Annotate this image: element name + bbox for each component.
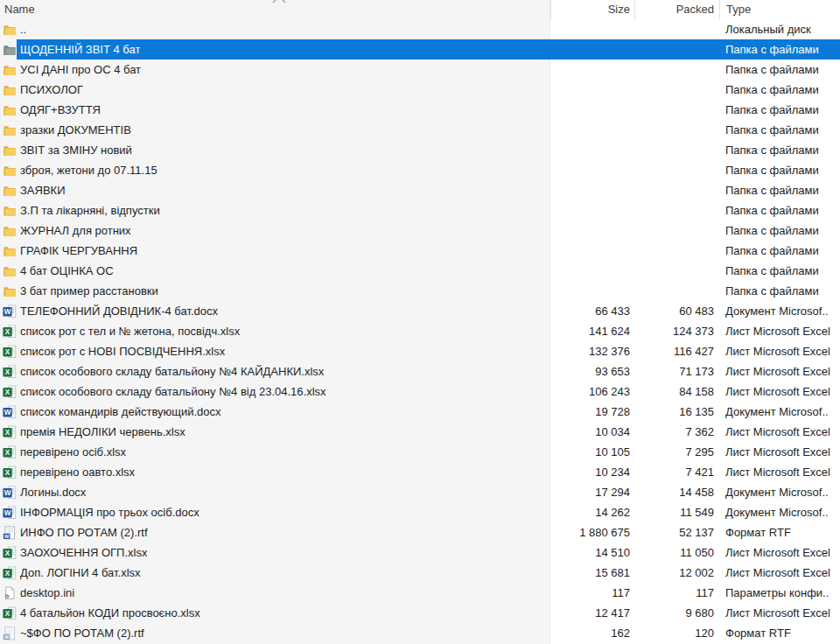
- name-cell: ПСИХОЛОГ: [0, 80, 550, 100]
- file-row[interactable]: desktop.ini 117 117 Параметры конфи..: [0, 583, 840, 603]
- file-row[interactable]: 3 бат пример расстановки Папка с файлами: [0, 281, 840, 301]
- file-row[interactable]: W ИНФО ПО РОТАМ (2).rtf 1 880 675 52 137…: [0, 522, 840, 542]
- excel-sheet-icon: X: [3, 385, 17, 399]
- type-cell: Папка с файлами: [719, 241, 840, 261]
- packed-cell: [634, 200, 719, 220]
- name-cell: 4 бат ОЦІНКА ОС: [0, 261, 550, 281]
- type-cell: Лист Microsoft Excel: [719, 341, 840, 361]
- name-cell: ГРАФІК ЧЕРГУВАННЯ: [0, 241, 550, 261]
- file-name: список особового складу батальйону №4 КА…: [20, 361, 324, 382]
- column-header-size[interactable]: Size: [550, 0, 634, 19]
- file-name: ПСИХОЛОГ: [20, 80, 83, 100]
- folder-icon: [3, 184, 17, 198]
- file-row[interactable]: W ~$ФО ПО РОТАМ (2).rtf 162 120 Формат R…: [0, 623, 840, 643]
- size-cell: [550, 200, 634, 220]
- packed-cell: [634, 180, 719, 200]
- size-cell: 17 294: [550, 482, 634, 502]
- file-row[interactable]: X список особового складу батальйону №4 …: [0, 382, 840, 402]
- file-row[interactable]: X список рот с НОВІ ПОСВІДЧЕННЯ.xlsx 132…: [0, 341, 840, 361]
- file-row[interactable]: X 4 батальйон КОДИ просвоєно.xlsx 12 417…: [0, 603, 840, 623]
- file-row[interactable]: ЖУРНАЛ для ротних Папка с файлами: [0, 220, 840, 241]
- size-cell: 106 243: [550, 382, 634, 402]
- size-cell: [550, 180, 634, 200]
- file-name: ЖУРНАЛ для ротних: [20, 220, 131, 241]
- folder-icon: [3, 264, 17, 278]
- file-row[interactable]: X Доп. ЛОГІНИ 4 бат.xlsx 15 681 12 002 Л…: [0, 563, 840, 583]
- type-cell: Лист Microsoft Excel: [719, 442, 840, 462]
- packed-cell: 14 458: [634, 482, 719, 502]
- excel-sheet-icon: X: [3, 365, 17, 379]
- file-name: ОДЯГ+ВЗУТТЯ: [20, 100, 101, 120]
- file-row[interactable]: ЗАЯВКИ Папка с файлами: [0, 180, 840, 200]
- svg-text:X: X: [5, 348, 10, 356]
- file-name: список рот с НОВІ ПОСВІДЧЕННЯ.xlsx: [20, 341, 225, 361]
- file-row[interactable]: X список особового складу батальйону №4 …: [0, 361, 840, 382]
- name-cell: зразки ДОКУМЕНТІВ: [0, 120, 550, 140]
- type-cell: Папка с файлами: [719, 261, 840, 281]
- svg-text:W: W: [4, 409, 11, 416]
- size-cell: [550, 281, 634, 301]
- file-name: перевірено осіб.xlsx: [20, 442, 126, 462]
- name-cell: X ЗАОХОЧЕННЯ ОГП.xlsx: [0, 542, 550, 563]
- file-row[interactable]: УСІ ДАНІ про ОС 4 бат Папка с файлами: [0, 60, 840, 80]
- file-row[interactable]: X перевірено осіб.xlsx 10 105 7 295 Лист…: [0, 442, 840, 462]
- file-row[interactable]: X ЗАОХОЧЕННЯ ОГП.xlsx 14 510 11 050 Лист…: [0, 542, 840, 563]
- file-row[interactable]: W список командирів действующий.docx 19 …: [0, 402, 840, 422]
- file-name: ТЕЛЕФОННИЙ ДОВІДНИК-4 бат.docx: [20, 301, 218, 321]
- file-row[interactable]: X перевірено оавто.xlsx 10 234 7 421 Лис…: [0, 462, 840, 482]
- svg-text:X: X: [5, 610, 10, 618]
- file-name: ЗВІТ за ЗМІНУ новий: [20, 140, 132, 160]
- folder-dim-icon: [3, 43, 17, 57]
- svg-text:X: X: [5, 550, 10, 557]
- file-row[interactable]: X список рот с тел и № жетона, посвідч.x…: [0, 321, 840, 341]
- folder-icon: [3, 63, 17, 77]
- name-cell: W Логины.docx: [0, 482, 550, 502]
- size-cell: [550, 19, 634, 39]
- excel-sheet-icon: X: [3, 325, 17, 339]
- size-cell: [550, 261, 634, 281]
- file-row[interactable]: W Логины.docx 17 294 14 458 Документ Mic…: [0, 482, 840, 502]
- size-cell: [550, 80, 634, 100]
- file-name: Логины.docx: [20, 482, 86, 502]
- type-cell: Документ Microsof..: [719, 301, 840, 321]
- file-row[interactable]: W ТЕЛЕФОННИЙ ДОВІДНИК-4 бат.docx 66 433 …: [0, 301, 840, 321]
- column-header-name[interactable]: Name: [0, 0, 550, 19]
- svg-text:X: X: [5, 469, 10, 477]
- packed-cell: [634, 39, 719, 60]
- svg-text:X: X: [5, 368, 10, 376]
- file-row[interactable]: X премія НЕДОЛІКИ червень.xlsx 10 034 7 …: [0, 422, 840, 442]
- svg-text:W: W: [4, 509, 11, 517]
- packed-cell: [634, 160, 719, 180]
- file-row[interactable]: ПСИХОЛОГ Папка с файлами: [0, 80, 840, 100]
- file-row[interactable]: ЩОДЕННІЙ ЗВІТ 4 бат Папка с файлами: [0, 39, 840, 60]
- file-row[interactable]: З.П та лікарняні, відпустки Папка с файл…: [0, 200, 840, 220]
- packed-cell: 7 421: [634, 462, 719, 482]
- type-cell: Лист Microsoft Excel: [719, 542, 840, 563]
- file-row[interactable]: ЗВІТ за ЗМІНУ новий Папка с файлами: [0, 140, 840, 160]
- file-name: перевірено оавто.xlsx: [20, 462, 135, 482]
- file-row[interactable]: ГРАФІК ЧЕРГУВАННЯ Папка с файлами: [0, 241, 840, 261]
- size-cell: 132 376: [550, 341, 634, 361]
- column-header-type[interactable]: Type: [719, 0, 840, 19]
- excel-sheet-icon: X: [3, 546, 17, 560]
- file-row[interactable]: 4 бат ОЦІНКА ОС Папка с файлами: [0, 261, 840, 281]
- packed-cell: [634, 261, 719, 281]
- packed-cell: 12 002: [634, 563, 719, 583]
- name-cell: ..: [0, 19, 550, 39]
- file-row[interactable]: ОДЯГ+ВЗУТТЯ Папка с файлами: [0, 100, 840, 120]
- name-cell: X 4 батальйон КОДИ просвоєно.xlsx: [0, 603, 550, 623]
- file-name: ЗАОХОЧЕННЯ ОГП.xlsx: [20, 542, 147, 563]
- type-cell: Лист Microsoft Excel: [719, 361, 840, 382]
- size-cell: 12 417: [550, 603, 634, 623]
- column-header-packed[interactable]: Packed: [634, 0, 719, 19]
- file-row[interactable]: .. Локальный диск: [0, 19, 840, 39]
- size-cell: 15 681: [550, 563, 634, 583]
- packed-cell: 52 137: [634, 522, 719, 542]
- size-cell: [550, 140, 634, 160]
- type-cell: Папка с файлами: [719, 80, 840, 100]
- file-row[interactable]: зброя, жетони до 07.11.15 Папка с файлам…: [0, 160, 840, 180]
- file-row[interactable]: W ІНФОРМАЦІЯ про трьох осіб.docx 14 262 …: [0, 502, 840, 522]
- file-row[interactable]: зразки ДОКУМЕНТІВ Папка с файлами: [0, 120, 840, 140]
- svg-text:X: X: [5, 449, 10, 457]
- type-cell: Лист Microsoft Excel: [719, 462, 840, 482]
